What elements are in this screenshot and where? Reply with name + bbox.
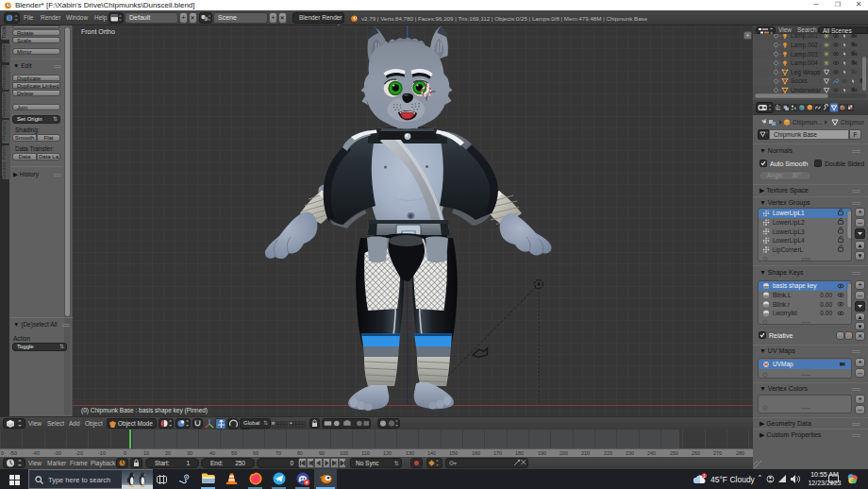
svg-text:l.worrylid: l.worrylid	[773, 310, 797, 317]
svg-text:|: |	[820, 42, 821, 48]
svg-text:Underwear: Underwear	[791, 87, 822, 93]
svg-text:Chipmun...: Chipmun...	[841, 119, 864, 126]
svg-text:Grease Pencil: Grease Pencil	[1, 144, 7, 180]
svg-text:LowerLipL3: LowerLipL3	[773, 228, 805, 236]
svg-text:Leg Wraps: Leg Wraps	[791, 69, 821, 76]
svg-text:|: |	[820, 78, 821, 84]
svg-text:Physics: Physics	[1, 122, 7, 142]
svg-text:0.00: 0.00	[820, 301, 832, 308]
svg-text:0.00: 0.00	[820, 292, 832, 298]
svg-text:|: |	[820, 60, 821, 66]
svg-text:Lamp.003: Lamp.003	[791, 51, 818, 59]
svg-text:Tools: Tools	[1, 25, 7, 39]
svg-text:basis shape key: basis shape key	[773, 282, 817, 290]
svg-text:LipCornerL: LipCornerL	[773, 246, 804, 254]
svg-text:Blink.r: Blink.r	[773, 301, 791, 308]
svg-text:Animation: Animation	[1, 93, 7, 118]
svg-text:i: i	[8, 14, 9, 21]
svg-text:|: |	[820, 51, 821, 57]
svg-text:Lamp.002: Lamp.002	[791, 42, 818, 49]
svg-text:LowerLipL1: LowerLipL1	[773, 210, 805, 217]
svg-text:LowerLipL2: LowerLipL2	[773, 219, 805, 227]
svg-text:LowerLipL4: LowerLipL4	[773, 237, 805, 244]
svg-text:0.00: 0.00	[820, 310, 832, 316]
svg-text:Relations: Relations	[1, 65, 7, 89]
svg-text:Blink.L: Blink.L	[773, 292, 792, 298]
svg-text:Lamp.004: Lamp.004	[791, 59, 818, 67]
svg-text:Socks: Socks	[791, 77, 808, 84]
svg-text:|: |	[820, 69, 821, 75]
svg-text:Chipmun...: Chipmun...	[793, 119, 823, 126]
svg-text:UVMap: UVMap	[773, 361, 793, 368]
svg-text:Create: Create	[1, 43, 7, 61]
svg-text:|: |	[820, 88, 821, 93]
